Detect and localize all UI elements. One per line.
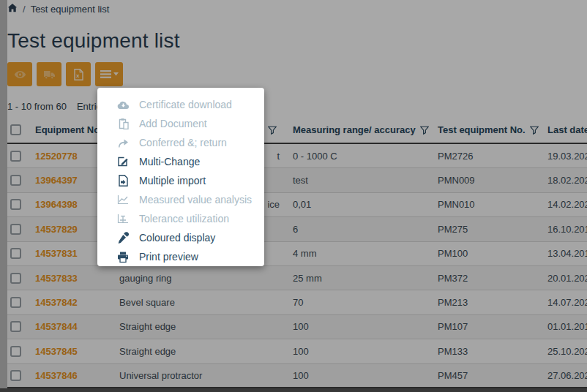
chart-line-icon: [116, 195, 130, 205]
menu-item-print-preview[interactable]: Print preview: [97, 247, 264, 266]
menu-item-label: Tolerance utilization: [139, 213, 229, 225]
menu-item-label: Measured value analysis: [139, 194, 252, 206]
eyedropper-icon: [116, 232, 130, 244]
modal-backdrop: [0, 0, 587, 392]
menu-item-label: Add Document: [139, 118, 207, 129]
file-import-icon: [116, 175, 130, 186]
menu-item-label: Coloured display: [139, 232, 215, 244]
paste-document-icon: [116, 118, 130, 129]
cloud-download-icon: [116, 100, 130, 110]
menu-item-coloured-display[interactable]: Coloured display: [97, 228, 264, 247]
printer-icon: [116, 252, 130, 263]
menu-item-measured-value-analysis: Measured value analysis: [97, 190, 264, 209]
tolerance-chart-icon: [116, 214, 130, 224]
menu-item-label: Conferred &; return: [139, 137, 227, 148]
menu-item-conferred-return: Conferred &; return: [97, 133, 264, 152]
menu-item-label: Multiple import: [139, 175, 206, 186]
menu-item-add-document: Add Document: [97, 114, 264, 133]
menu-item-label: Multi-Change: [139, 156, 200, 167]
redo-arrow-icon: [116, 138, 130, 148]
menu-item-label: Certificate download: [139, 99, 232, 110]
menu-item-multiple-import[interactable]: Multiple import: [97, 171, 264, 190]
menu-item-tolerance-utilization: Tolerance utilization: [97, 209, 264, 228]
menu-item-multi-change[interactable]: Multi-Change: [97, 152, 264, 171]
more-menu-dropdown: Certificate downloadAdd DocumentConferre…: [97, 88, 264, 266]
menu-item-certificate-download: Certificate download: [97, 95, 264, 114]
menu-item-label: Print preview: [139, 251, 198, 263]
edit-pencil-icon: [116, 156, 130, 167]
